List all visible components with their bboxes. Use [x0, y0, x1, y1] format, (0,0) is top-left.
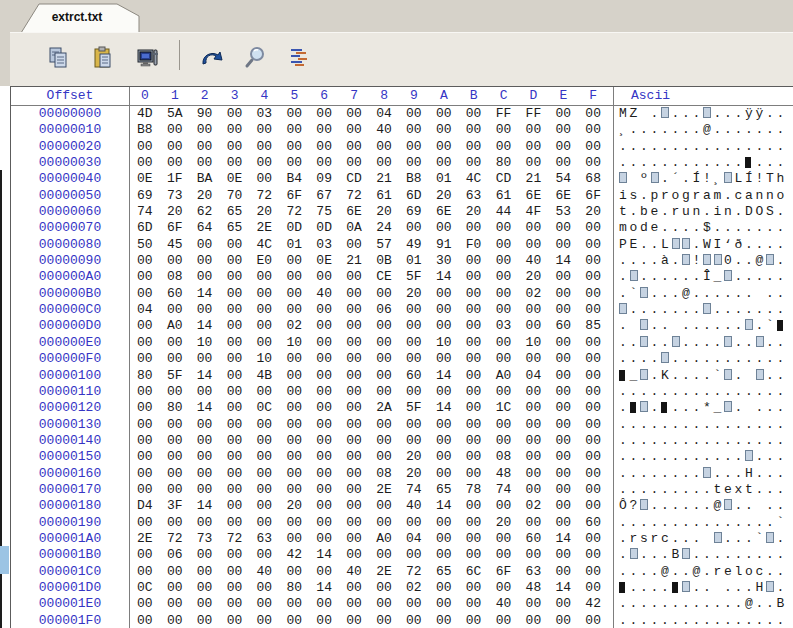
ascii-cell[interactable] — [745, 155, 756, 171]
ascii-cell[interactable] — [682, 253, 693, 269]
ascii-cell[interactable] — [640, 318, 651, 334]
byte-cell[interactable]: 06 — [376, 302, 406, 318]
ascii-cell[interactable]: . — [745, 351, 756, 367]
tab-extrct-txt[interactable]: extrct.txt — [20, 3, 142, 33]
byte-cell[interactable]: 00 — [466, 318, 496, 334]
byte-cell[interactable]: 00 — [346, 384, 376, 400]
byte-cell[interactable]: 00 — [316, 466, 346, 482]
ascii-cell[interactable]: . — [745, 237, 756, 253]
byte-cell[interactable]: 00 — [197, 139, 227, 155]
ascii-cell[interactable]: . — [651, 400, 662, 416]
byte-cell[interactable]: 00 — [466, 531, 496, 547]
byte-cell[interactable]: BA — [197, 171, 227, 187]
byte-cell[interactable]: 85 — [585, 318, 615, 334]
byte-cell[interactable]: 20 — [406, 449, 436, 465]
byte-cell[interactable]: 0E — [137, 171, 167, 187]
byte-cell[interactable]: 00 — [197, 384, 227, 400]
ascii-cell[interactable]: s — [630, 188, 641, 204]
ascii-cell[interactable] — [756, 286, 767, 302]
ascii-cell[interactable]: . — [693, 515, 704, 531]
ascii-cell[interactable]: . — [693, 596, 704, 612]
ascii-cell[interactable]: . — [735, 449, 746, 465]
byte-cell[interactable]: 09 — [316, 171, 346, 187]
byte-cell[interactable]: 01 — [406, 253, 436, 269]
ascii-cell[interactable]: . — [630, 466, 641, 482]
ascii-cell[interactable]: . — [735, 204, 746, 220]
byte-cell[interactable]: 0A — [346, 220, 376, 236]
ascii-cell[interactable]: . — [693, 368, 704, 384]
ascii-cell[interactable]: . — [766, 449, 777, 465]
ascii-cell[interactable]: ! — [756, 171, 767, 187]
ascii-cell[interactable]: . — [651, 547, 662, 563]
ascii-cell[interactable]: . — [735, 139, 746, 155]
byte-cell[interactable]: 65 — [227, 220, 257, 236]
byte-cell[interactable]: 00 — [406, 433, 436, 449]
byte-cell[interactable]: 02 — [406, 580, 436, 596]
byte-cell[interactable]: 00 — [227, 351, 257, 367]
ascii-cell[interactable]: ð — [735, 237, 746, 253]
byte-cell[interactable]: 00 — [406, 351, 436, 367]
byte-cell[interactable]: 2E — [376, 564, 406, 580]
byte-cell[interactable]: 00 — [137, 155, 167, 171]
ascii-cell[interactable]: . — [714, 318, 725, 334]
ascii-cell[interactable]: . — [661, 482, 672, 498]
byte-cell[interactable]: 00 — [585, 613, 615, 628]
ascii-cell[interactable]: . — [724, 155, 735, 171]
byte-cell[interactable]: 00 — [286, 269, 316, 285]
ascii-cell[interactable]: . — [703, 515, 714, 531]
ascii-cell[interactable]: . — [766, 482, 777, 498]
byte-cell[interactable]: 00 — [257, 580, 287, 596]
byte-cell[interactable]: 00 — [167, 351, 197, 367]
byte-cell[interactable]: 14 — [197, 400, 227, 416]
ascii-cell[interactable]: . — [651, 318, 662, 334]
ascii-cell[interactable]: ` — [756, 531, 767, 547]
byte-cell[interactable]: 00 — [346, 417, 376, 433]
ascii-cell[interactable]: . — [766, 498, 777, 514]
byte-cell[interactable]: 0D — [316, 220, 346, 236]
ascii-cell[interactable] — [640, 106, 651, 122]
byte-cell[interactable]: 00 — [436, 515, 466, 531]
byte-cell[interactable]: 00 — [137, 613, 167, 628]
ascii-cell[interactable]: @ — [745, 596, 756, 612]
byte-cell[interactable]: 00 — [137, 417, 167, 433]
ascii-cell[interactable]: . — [724, 302, 735, 318]
ascii-cell[interactable]: . — [619, 269, 630, 285]
byte-cell[interactable]: 01 — [436, 171, 466, 187]
byte-cell[interactable]: FF — [496, 106, 526, 122]
ascii-cell[interactable]: . — [735, 613, 746, 628]
ascii-cell[interactable]: . — [619, 596, 630, 612]
byte-cell[interactable]: 00 — [197, 515, 227, 531]
byte-cell[interactable]: 00 — [257, 139, 287, 155]
byte-cell[interactable]: 6D — [137, 220, 167, 236]
byte-cell[interactable]: 00 — [346, 613, 376, 628]
byte-cell[interactable]: 04 — [406, 531, 436, 547]
ascii-cell[interactable]: . — [619, 335, 630, 351]
byte-cell[interactable]: 00 — [167, 253, 197, 269]
ascii-cell[interactable]: . — [777, 253, 788, 269]
ascii-cell[interactable]: . — [766, 269, 777, 285]
byte-cell[interactable]: 00 — [346, 449, 376, 465]
byte-cell[interactable]: 00 — [257, 433, 287, 449]
byte-cell[interactable]: 00 — [436, 384, 466, 400]
byte-cell[interactable]: 2E — [376, 482, 406, 498]
ascii-cell[interactable]: . — [630, 204, 641, 220]
byte-cell[interactable]: 10 — [197, 335, 227, 351]
byte-cell[interactable]: 00 — [585, 220, 615, 236]
ascii-cell[interactable]: . — [630, 351, 641, 367]
ascii-cell[interactable]: T — [766, 171, 777, 187]
byte-cell[interactable]: 00 — [406, 335, 436, 351]
byte-cell[interactable]: 00 — [137, 515, 167, 531]
ascii-cell[interactable]: . — [661, 580, 672, 596]
ascii-cell[interactable]: g — [682, 188, 693, 204]
ascii-cell[interactable] — [640, 335, 651, 351]
byte-cell[interactable]: 14 — [436, 498, 466, 514]
ascii-cell[interactable]: . — [703, 564, 714, 580]
byte-cell[interactable]: 00 — [376, 368, 406, 384]
ascii-cell[interactable]: . — [651, 596, 662, 612]
byte-cell[interactable]: 00 — [555, 286, 585, 302]
ascii-cell[interactable]: Í — [745, 171, 756, 187]
ascii-cell[interactable] — [682, 580, 693, 596]
ascii-cell[interactable]: . — [745, 547, 756, 563]
ascii-cell[interactable]: . — [756, 433, 767, 449]
byte-cell[interactable]: 63 — [466, 188, 496, 204]
